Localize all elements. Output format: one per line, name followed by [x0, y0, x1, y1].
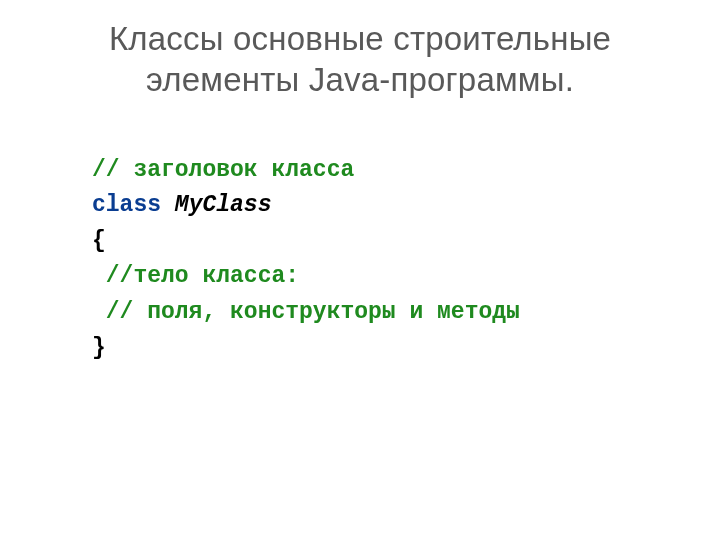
keyword-class: class [92, 192, 161, 218]
code-line-5: // поля, конструкторы и методы [92, 295, 670, 331]
class-name: MyClass [175, 192, 272, 218]
open-brace: { [92, 228, 106, 254]
code-line-3: { [92, 224, 670, 260]
code-example: // заголовок класса class MyClass { //те… [92, 153, 670, 367]
code-line-6: } [92, 331, 670, 367]
comment-members: // поля, конструкторы и методы [92, 299, 520, 325]
close-brace: } [92, 335, 106, 361]
title-line-2: элементы Java-программы. [146, 61, 574, 98]
comment-header: // заголовок класса [92, 157, 354, 183]
code-line-1: // заголовок класса [92, 153, 670, 189]
title-line-1: Классы основные строительные [109, 20, 611, 57]
comment-body: //тело класса: [92, 263, 299, 289]
code-line-4: //тело класса: [92, 259, 670, 295]
code-line-2: class MyClass [92, 188, 670, 224]
slide-title: Классы основные строительные элементы Ja… [50, 18, 670, 101]
